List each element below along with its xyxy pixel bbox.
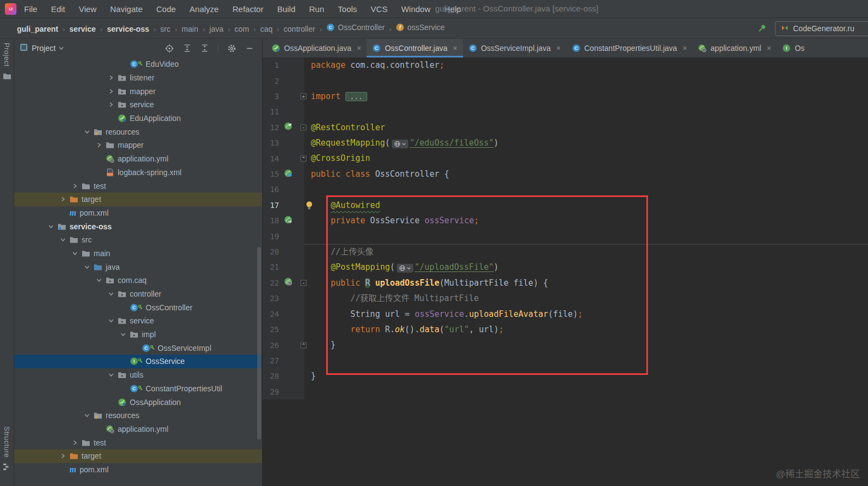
- tree-item-main[interactable]: main: [14, 247, 262, 261]
- code-line[interactable]: @CrossOrigin: [304, 151, 868, 166]
- tree-item-ossapplication[interactable]: OssApplication: [14, 395, 262, 409]
- menu-file[interactable]: File: [24, 4, 37, 14]
- tree-item-target[interactable]: target: [14, 193, 262, 206]
- tree-item-application.yml[interactable]: application.yml: [14, 152, 262, 166]
- chevron-right-icon[interactable]: [59, 196, 67, 202]
- chevron-down-icon[interactable]: [107, 291, 115, 297]
- tree-item-utils[interactable]: utils: [14, 368, 262, 382]
- tree-item-eduvideo[interactable]: CEduVideo: [14, 57, 262, 71]
- run-configuration-select[interactable]: CodeGenerator.ru: [775, 21, 868, 36]
- menu-build[interactable]: Build: [277, 4, 295, 14]
- editor-tab-constantpropertiesutil.java[interactable]: CConstantPropertiesUtil.java×: [566, 39, 693, 57]
- chevron-down-icon[interactable]: [59, 237, 67, 242]
- code-line[interactable]: package com.caq.controller;: [304, 57, 868, 73]
- editor-tab-application.yml[interactable]: application.yml×: [692, 39, 777, 57]
- chevron-down-icon[interactable]: [59, 45, 64, 51]
- breadcrumb-item-service-oss[interactable]: service-oss: [107, 25, 149, 33]
- tree-item-java[interactable]: java: [14, 260, 262, 274]
- build-hammer-icon[interactable]: [756, 23, 767, 34]
- close-icon[interactable]: ×: [556, 44, 560, 53]
- code-line[interactable]: [304, 73, 868, 88]
- menu-window[interactable]: Window: [401, 4, 430, 14]
- chevron-down-icon[interactable]: [119, 332, 128, 337]
- chevron-down-icon[interactable]: [83, 413, 91, 418]
- editor-tab-osscontroller.java[interactable]: COssController.java×: [367, 39, 463, 57]
- chevron-down-icon[interactable]: [83, 264, 91, 270]
- tree-item-mapper[interactable]: mapper: [14, 84, 262, 98]
- code-line[interactable]: @RequestMapping("/eduOss/fileOss"): [304, 135, 868, 151]
- chevron-right-icon[interactable]: [59, 453, 67, 459]
- menu-run[interactable]: Run: [309, 4, 325, 14]
- expand-all-icon[interactable]: [183, 44, 192, 53]
- code-line[interactable]: public class OssController {: [304, 166, 868, 182]
- spring-check-icon[interactable]: [284, 122, 292, 132]
- settings-icon[interactable]: [227, 44, 236, 53]
- tree-item-src[interactable]: src: [14, 233, 262, 247]
- hide-icon[interactable]: [245, 44, 254, 53]
- menu-view[interactable]: View: [79, 4, 96, 14]
- chevron-down-icon[interactable]: [83, 129, 91, 135]
- chevron-down-icon[interactable]: [95, 277, 103, 283]
- chevron-right-icon[interactable]: [95, 142, 103, 148]
- tree-item-pom.xml[interactable]: mpom.xml: [14, 206, 262, 220]
- code-line[interactable]: [304, 384, 868, 400]
- close-icon[interactable]: ×: [357, 44, 361, 53]
- breadcrumb-item-osscontroller[interactable]: COssController: [326, 23, 385, 32]
- breadcrumb-item-com[interactable]: com: [235, 25, 249, 33]
- chevron-right-icon[interactable]: [107, 75, 115, 80]
- stripe-structure-tab[interactable]: Structure: [0, 426, 14, 473]
- close-icon[interactable]: ×: [767, 44, 771, 53]
- tree-item-ossserviceimpl[interactable]: COssServiceImpl: [14, 341, 262, 355]
- breadcrumb-item-ossservice[interactable]: fossService: [396, 23, 444, 32]
- menu-tools[interactable]: Tools: [338, 4, 357, 14]
- breadcrumb-item-caq[interactable]: caq: [260, 25, 273, 33]
- fold-marker[interactable]: ^: [300, 342, 306, 348]
- tree-item-service[interactable]: service: [14, 314, 262, 328]
- breadcrumb-item-java[interactable]: java: [210, 25, 224, 33]
- code-line[interactable]: import ...: [304, 89, 868, 104]
- chevron-down-icon[interactable]: [47, 224, 55, 229]
- url-globe-widget[interactable]: [392, 140, 408, 148]
- menu-navigate[interactable]: Navigate: [110, 4, 142, 14]
- tree-item-controller[interactable]: controller: [14, 287, 262, 301]
- code-line[interactable]: @RestController: [304, 120, 868, 135]
- collapse-all-icon[interactable]: [200, 44, 209, 53]
- tree-item-service[interactable]: service: [14, 98, 262, 112]
- tree-scrollbar[interactable]: [257, 247, 261, 439]
- breadcrumb-item-service[interactable]: service: [70, 25, 96, 33]
- menu-code[interactable]: Code: [156, 4, 176, 14]
- chevron-right-icon[interactable]: [71, 183, 79, 189]
- tree-item-target[interactable]: target: [14, 449, 262, 463]
- editor-tab-ossapplication.java[interactable]: OssApplication.java×: [266, 39, 367, 57]
- tree-item-ossservice[interactable]: IOssService: [14, 355, 262, 368]
- breadcrumb-item-controller[interactable]: controller: [283, 25, 315, 33]
- spring-autowired-icon[interactable]: [284, 216, 292, 226]
- fold-marker[interactable]: ^: [300, 155, 306, 161]
- tree-item-resources[interactable]: resources: [14, 125, 262, 138]
- tree-item-constantpropertiesutil[interactable]: CConstantPropertiesUtil: [14, 382, 262, 396]
- fold-marker[interactable]: +: [300, 94, 306, 100]
- locate-icon[interactable]: [165, 44, 174, 53]
- tree-item-logback-spring.xml[interactable]: </>logback-spring.xml: [14, 166, 262, 180]
- tree-item-impl[interactable]: impl: [14, 328, 262, 342]
- spring-bean-icon[interactable]: [284, 169, 292, 180]
- editor-tab-os[interactable]: IOs: [777, 39, 810, 57]
- tree-item-com.caq[interactable]: com.caq: [14, 274, 262, 287]
- breadcrumb-item-main[interactable]: main: [182, 25, 198, 33]
- project-panel-title[interactable]: Project: [32, 44, 56, 53]
- fold-marker[interactable]: -: [300, 124, 306, 130]
- chevron-right-icon[interactable]: [107, 89, 115, 94]
- chevron-down-icon[interactable]: [107, 372, 115, 378]
- close-icon[interactable]: ×: [682, 44, 687, 53]
- tree-item-listener[interactable]: listener: [14, 71, 262, 85]
- tree-item-eduapplication[interactable]: EduApplication: [14, 112, 262, 125]
- tree-item-pom.xml[interactable]: mpom.xml: [14, 463, 262, 477]
- tree-item-mapper[interactable]: mapper: [14, 138, 262, 152]
- tree-item-service-oss[interactable]: service-oss: [14, 219, 262, 233]
- chevron-right-icon[interactable]: [71, 440, 79, 445]
- chevron-right-icon[interactable]: [107, 102, 115, 107]
- tree-item-resources[interactable]: resources: [14, 409, 262, 423]
- tree-item-osscontroller[interactable]: COssController: [14, 300, 262, 314]
- tree-item-test[interactable]: test: [14, 179, 262, 193]
- chevron-down-icon[interactable]: [71, 251, 79, 256]
